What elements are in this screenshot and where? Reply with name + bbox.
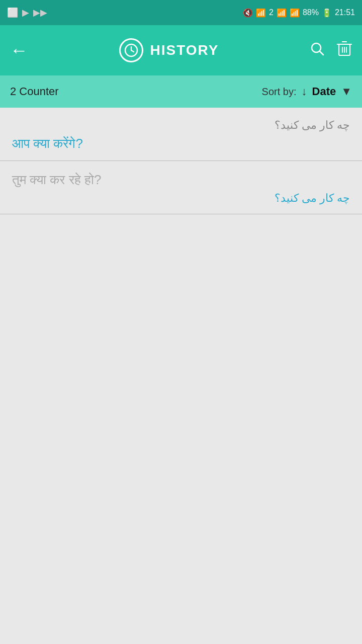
sort-field-label: Date [312,85,336,98]
persian-text-1: چه کار می کنید؟ [12,119,350,132]
mute-icon: 🔇 [243,8,253,18]
status-bar: ⬜ ▶ ▶▶ 🔇 📶 2 📶 📶 88% 🔋 21:51 [0,0,362,25]
play2-icon: ▶▶ [33,7,47,18]
history-item[interactable]: तुम क्या कर रहे हो? چه کار می کنید؟ [0,161,362,214]
delete-button[interactable] [337,40,352,61]
play-icon: ▶ [22,7,29,18]
chevron-down-icon: ▼ [341,85,352,98]
search-button[interactable] [310,41,325,60]
sort-by-label: Sort by: [262,86,297,98]
content-area: چه کار می کنید؟ आप क्या करेंगे? तुम क्या… [0,108,362,214]
sort-direction-icon: ↓ [302,85,307,98]
sort-bar: 2 Counter Sort by: ↓ Date ▼ [0,75,362,108]
battery-icon: 🔋 [322,8,332,18]
clock-icon [119,38,143,62]
svg-line-2 [131,50,134,52]
image-icon: ⬜ [7,7,18,18]
svg-line-4 [320,51,323,55]
signal2-icon: 📶 [290,8,300,18]
sort-controls[interactable]: Sort by: ↓ Date ▼ [262,85,352,98]
hindi-text-2: तुम क्या कर रहे हो? [12,172,350,188]
persian-text-2: چه کار می کنید؟ [12,192,350,205]
clock-time: 21:51 [335,8,355,17]
battery-percent: 88% [303,8,319,17]
history-item[interactable]: چه کار می کنید؟ आप क्या करेंगे? [0,108,362,161]
back-button[interactable]: ← [10,40,28,61]
app-title: HISTORY [150,42,219,58]
wifi-icon: 📶 [256,8,266,18]
sim-number: 2 [269,8,274,17]
counter-label: 2 Counter [10,85,59,98]
app-bar: ← HISTORY [0,25,362,75]
signal-icon: 📶 [277,8,287,18]
hindi-text-1: आप क्या करेंगे? [12,136,350,151]
